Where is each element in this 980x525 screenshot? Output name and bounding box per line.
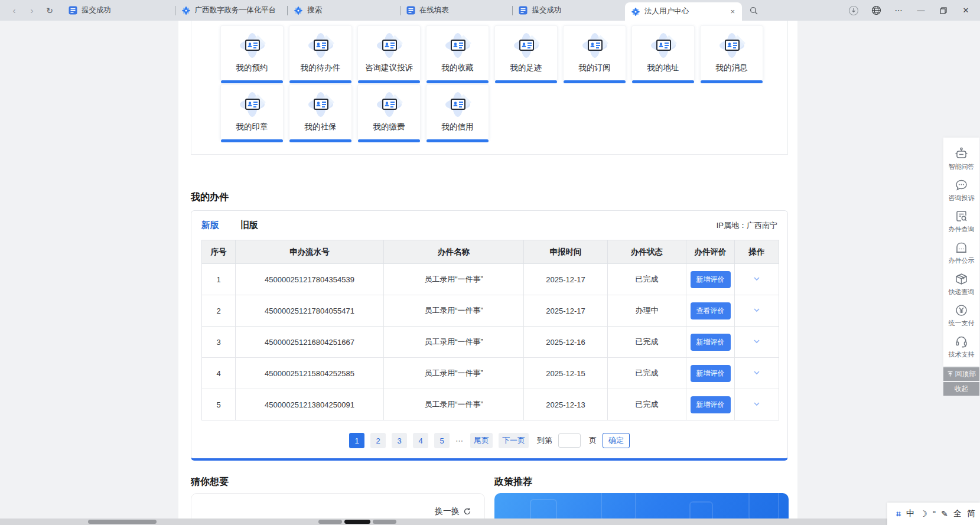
page-button[interactable]: 2 (370, 433, 386, 448)
id-card-icon (236, 30, 269, 61)
page-button[interactable]: 5 (434, 433, 450, 448)
chevron-down-icon[interactable] (753, 400, 761, 408)
quick-action-card[interactable]: 咨询建议投诉 (357, 25, 421, 81)
taskbar-pill[interactable] (318, 520, 342, 524)
version-tab-old[interactable]: 旧版 (240, 220, 258, 231)
ime-icon[interactable]: ⌗ (896, 509, 901, 519)
quick-action-label: 咨询建议投诉 (365, 63, 413, 73)
pagination: 12345⋯尾页下一页到第页确定 (201, 433, 777, 448)
quick-action-card[interactable]: 我的收藏 (426, 25, 489, 81)
quick-action-card[interactable]: 我的订阅 (563, 25, 626, 81)
row-serial: 450000251216804251667 (236, 327, 384, 358)
taskbar-pill[interactable] (373, 520, 396, 524)
card-accent-bar (358, 139, 420, 142)
card-accent-bar (564, 80, 626, 83)
refresh-button[interactable]: 换一换 (435, 506, 471, 517)
flower-favicon (181, 6, 191, 15)
taskbar-pill[interactable] (88, 520, 157, 524)
restore-icon[interactable] (936, 4, 950, 18)
quick-action-card[interactable]: 我的待办件 (289, 25, 352, 81)
banner-decor (601, 493, 636, 519)
evaluation-button[interactable]: 新增评价 (691, 334, 731, 351)
forward-icon[interactable]: › (26, 5, 38, 17)
goto-page-suffix: 页 (589, 435, 597, 446)
browser-tab[interactable]: 提交成功 (63, 0, 175, 21)
ime-icon[interactable]: 中 (906, 508, 914, 519)
toolbar-item[interactable]: 智能问答 (943, 144, 979, 175)
table-header: 序号 (202, 240, 236, 264)
policy-banner[interactable] (494, 493, 789, 519)
table-header: 办件名称 (384, 240, 524, 264)
quick-action-card[interactable]: 我的地址 (631, 25, 695, 81)
next-page-button[interactable]: 下一页 (499, 433, 529, 448)
quick-action-label: 我的待办件 (301, 63, 341, 73)
evaluation-button[interactable]: 查看评价 (691, 302, 731, 319)
quick-action-label: 我的地址 (647, 63, 679, 73)
collapse-toolbar-button[interactable]: 收起 (943, 382, 979, 396)
back-icon[interactable]: ‹ (8, 5, 20, 17)
chevron-down-icon[interactable] (753, 369, 761, 377)
chevron-down-icon[interactable] (753, 337, 761, 345)
close-tab-icon[interactable]: × (729, 7, 736, 16)
browser-tab[interactable]: 广西数字政务一体化平台 (175, 0, 288, 21)
chevron-down-icon[interactable] (753, 306, 761, 314)
download-icon[interactable] (846, 4, 861, 18)
toolbar-item[interactable]: 办件查询 (943, 206, 979, 237)
back-to-top-button[interactable]: 回顶部 (943, 367, 979, 381)
ime-icon[interactable]: ° (933, 509, 936, 519)
globe-icon[interactable] (869, 4, 883, 18)
evaluation-button[interactable]: 新增评价 (691, 396, 731, 413)
tab-label: 提交成功 (532, 5, 619, 15)
page-button[interactable]: 4 (413, 433, 428, 448)
goto-confirm-button[interactable]: 确定 (603, 433, 630, 448)
page-button[interactable]: 3 (392, 433, 407, 448)
last-page-button[interactable]: 尾页 (470, 433, 493, 448)
evaluation-button[interactable]: 新增评价 (691, 365, 731, 382)
table-row: 1450000251217804354539员工录用“一件事”2025-12-1… (202, 264, 779, 295)
taskbar-pill[interactable] (344, 520, 370, 524)
quick-action-label: 我的社保 (305, 122, 337, 132)
menu-dots-icon[interactable]: ⋯ (891, 4, 906, 18)
package-icon (955, 272, 968, 286)
quick-action-card[interactable]: 我的印章 (220, 84, 284, 140)
ip-location: IP属地：广西南宁 (717, 220, 777, 231)
chevron-down-icon[interactable] (753, 275, 761, 283)
toolbar-item[interactable]: 快递查询 (943, 269, 979, 300)
table-header: 申办流水号 (236, 240, 384, 264)
quick-action-card[interactable]: 我的信用 (426, 84, 489, 140)
browser-tab[interactable]: 在线填表 (401, 0, 513, 21)
page-button[interactable]: 1 (349, 433, 364, 448)
ime-icon[interactable]: 全 (953, 508, 962, 519)
quick-action-card[interactable]: 我的社保 (289, 84, 352, 140)
row-status: 已完成 (608, 264, 686, 295)
toolbar-item[interactable]: 技术支持 (943, 331, 979, 363)
quick-action-card[interactable]: 我的缴费 (357, 84, 421, 140)
tab-search-icon[interactable] (745, 2, 762, 19)
flower-favicon (294, 6, 303, 15)
banner-decor (530, 499, 557, 519)
toolbar-item[interactable]: 统一支付 (943, 300, 979, 331)
taskbar-strip (0, 519, 980, 525)
quick-action-card[interactable]: 我的足迹 (494, 25, 558, 81)
quick-action-card[interactable]: 我的消息 (700, 25, 763, 81)
close-window-icon[interactable]: ✕ (959, 4, 973, 18)
version-tab-new[interactable]: 新版 (201, 220, 219, 231)
doc-favicon (519, 6, 528, 15)
browser-tab[interactable]: 提交成功 (513, 0, 625, 21)
ime-icon[interactable]: ☽ (920, 509, 927, 519)
toolbar-item[interactable]: 咨询投诉 (943, 175, 979, 206)
goto-page-input[interactable] (558, 433, 581, 448)
card-accent-bar (221, 80, 283, 83)
id-card-icon (373, 89, 406, 120)
quick-action-label: 我的足迹 (510, 63, 542, 73)
quick-action-card[interactable]: 我的预约 (220, 25, 284, 81)
ime-icon[interactable]: ✎ (941, 509, 948, 519)
browser-tab[interactable]: 搜索 (288, 0, 400, 21)
browser-tab[interactable]: 法人用户中心× (625, 2, 742, 21)
ime-icon[interactable]: 简 (967, 508, 975, 519)
toolbar-item[interactable]: 办件公示 (943, 237, 979, 269)
reload-icon[interactable]: ↻ (44, 5, 56, 17)
row-case-name: 员工录用“一件事” (384, 327, 524, 358)
minimize-icon[interactable]: — (914, 4, 928, 18)
evaluation-button[interactable]: 新增评价 (691, 271, 731, 288)
